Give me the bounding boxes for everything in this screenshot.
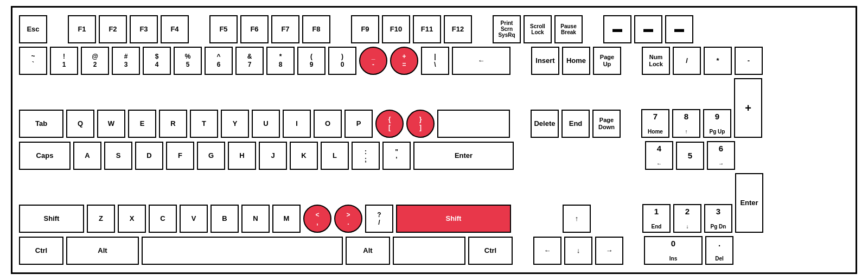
key-num2[interactable]: 2↓ (673, 204, 701, 233)
key-k[interactable]: K (290, 142, 318, 170)
key-lshift[interactable]: Shift (19, 205, 84, 233)
key-num9[interactable]: 9Pg Up (703, 109, 731, 138)
key-v[interactable]: V (180, 205, 208, 233)
key-f11[interactable]: F11 (413, 15, 441, 43)
key-tilde[interactable]: ~` (19, 47, 47, 75)
key-m[interactable]: M (272, 205, 301, 233)
key-0[interactable]: )0 (328, 47, 356, 75)
key-p[interactable]: P (344, 110, 373, 138)
key-pagedown[interactable]: PageDown (592, 110, 621, 138)
key-f5[interactable]: F5 (209, 15, 238, 43)
key-numdot[interactable]: .Del (705, 236, 733, 265)
key-1[interactable]: !1 (50, 47, 78, 75)
key-numstar[interactable]: * (704, 47, 732, 75)
key-period[interactable]: >. (334, 205, 362, 233)
key-b[interactable]: B (210, 205, 239, 233)
key-uparrow[interactable]: ↑ (563, 205, 591, 233)
key-numminus[interactable]: - (735, 47, 763, 75)
key-numlock[interactable]: NumLock (642, 47, 670, 75)
key-num1[interactable]: 1End (642, 204, 671, 233)
key-f4[interactable]: F4 (161, 15, 189, 43)
key-semicolon[interactable]: :; (352, 142, 380, 170)
key-num6[interactable]: 6→ (707, 141, 735, 170)
key-quote[interactable]: "' (382, 142, 411, 170)
key-f[interactable]: F (166, 142, 194, 170)
key-backspace[interactable]: ← (452, 47, 510, 75)
key-rbracket[interactable]: }] (406, 110, 435, 138)
key-rightarrow[interactable]: → (595, 237, 623, 265)
key-esc[interactable]: Esc (19, 15, 47, 43)
key-pause[interactable]: PauseBreak (554, 15, 583, 43)
key-num7[interactable]: 7Home (641, 109, 669, 138)
key-space[interactable] (142, 237, 343, 265)
key-scrolllock[interactable]: ScrollLock (524, 15, 552, 43)
key-leftarrow[interactable]: ← (533, 237, 561, 265)
key-f1[interactable]: F1 (68, 15, 96, 43)
key-minus[interactable]: _- (359, 47, 387, 75)
key-h[interactable]: H (228, 142, 256, 170)
key-printscreen[interactable]: PrintScrnSysRq (493, 15, 521, 43)
key-end[interactable]: End (561, 110, 590, 138)
key-i[interactable]: I (283, 110, 311, 138)
key-btn2[interactable]: ▬ (634, 15, 662, 43)
key-numenter[interactable]: Enter (735, 173, 763, 233)
key-lalt[interactable]: Alt (66, 237, 139, 265)
key-enter[interactable]: Enter (413, 142, 514, 170)
key-x[interactable]: X (118, 205, 146, 233)
key-u[interactable]: U (252, 110, 280, 138)
key-4[interactable]: $4 (143, 47, 171, 75)
key-equals[interactable]: += (390, 47, 418, 75)
key-q[interactable]: Q (66, 110, 94, 138)
key-5[interactable]: %5 (174, 47, 202, 75)
key-c[interactable]: C (149, 205, 177, 233)
key-num0[interactable]: 0Ins (644, 236, 703, 265)
key-o[interactable]: O (314, 110, 342, 138)
key-btn3[interactable]: ▬ (665, 15, 693, 43)
key-8[interactable]: *8 (266, 47, 295, 75)
key-backslash[interactable]: |\ (421, 47, 449, 75)
key-f9[interactable]: F9 (351, 15, 379, 43)
key-f10[interactable]: F10 (382, 15, 410, 43)
key-lctrl[interactable]: Ctrl (19, 237, 63, 265)
key-z[interactable]: Z (87, 205, 115, 233)
key-6[interactable]: ^6 (205, 47, 233, 75)
key-btn1[interactable]: ▬ (603, 15, 631, 43)
key-e[interactable]: E (128, 110, 156, 138)
key-numplus[interactable]: + (734, 78, 762, 138)
key-lbracket[interactable]: {[ (375, 110, 404, 138)
key-2[interactable]: @2 (81, 47, 109, 75)
key-home[interactable]: Home (562, 47, 590, 75)
key-num4[interactable]: 4← (645, 141, 673, 170)
key-y[interactable]: Y (221, 110, 249, 138)
key-7[interactable]: &7 (235, 47, 264, 75)
key-rctrl-space[interactable] (393, 237, 465, 265)
key-f12[interactable]: F12 (444, 15, 472, 43)
key-f3[interactable]: F3 (130, 15, 158, 43)
key-w[interactable]: W (97, 110, 125, 138)
key-num8[interactable]: 8↑ (672, 109, 700, 138)
key-g[interactable]: G (197, 142, 225, 170)
key-j[interactable]: J (259, 142, 287, 170)
key-f2[interactable]: F2 (99, 15, 127, 43)
key-pageup[interactable]: PageUp (593, 47, 621, 75)
key-downarrow[interactable]: ↓ (564, 237, 592, 265)
key-f7[interactable]: F7 (271, 15, 299, 43)
key-f8[interactable]: F8 (302, 15, 330, 43)
key-comma[interactable]: <, (303, 205, 331, 233)
key-num5[interactable]: 5 (676, 142, 704, 170)
key-insert[interactable]: Insert (531, 47, 559, 75)
key-r[interactable]: R (159, 110, 187, 138)
key-f6[interactable]: F6 (240, 15, 269, 43)
key-delete[interactable]: Delete (531, 110, 559, 138)
key-ralt[interactable]: Alt (346, 237, 390, 265)
key-rshift[interactable]: Shift (396, 205, 511, 233)
key-n[interactable]: N (241, 205, 270, 233)
key-s[interactable]: S (104, 142, 132, 170)
key-l[interactable]: L (321, 142, 349, 170)
key-d[interactable]: D (135, 142, 163, 170)
key-a[interactable]: A (73, 142, 101, 170)
key-3[interactable]: #3 (112, 47, 140, 75)
key-9[interactable]: (9 (297, 47, 326, 75)
key-numslash[interactable]: / (673, 47, 701, 75)
key-t[interactable]: T (190, 110, 218, 138)
